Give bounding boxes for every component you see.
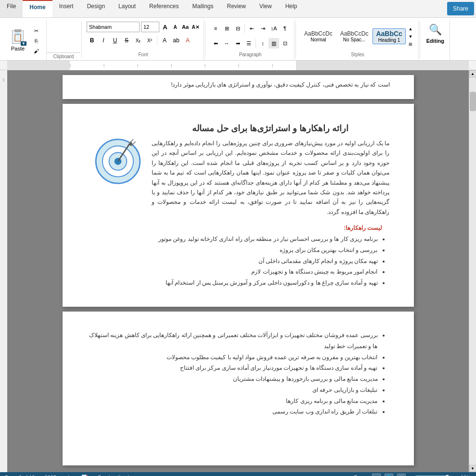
list-item: بررسی عمده فروشان مختلف تجهیزات و ابزارآ… (87, 330, 378, 352)
styles-expand[interactable]: ⊞ (407, 41, 414, 48)
no-spacing-preview: AaBbCcDc (340, 30, 369, 37)
styles-group-label: Styles (351, 51, 364, 58)
zoom-out-button[interactable]: − (410, 474, 413, 476)
editing-label: Editing (426, 38, 444, 44)
view-web-button[interactable]: 🌐 (385, 474, 393, 476)
clear-formatting-button[interactable]: A✕ (191, 23, 200, 31)
vertical-scrollbar[interactable]: ▲ ▼ (469, 70, 476, 472)
paste-button[interactable]: 📋 ▼ Paste (6, 26, 30, 54)
tab-mailings[interactable]: Mailings (185, 0, 220, 17)
list-item: انتخاب بهترین و مقرون به صرفه ترین عمده … (87, 352, 378, 363)
highlight-button[interactable]: ab (171, 35, 181, 46)
list-item: تبلغات از طریق راه اندازی وب سایت رسمی (87, 406, 378, 417)
font-group: A A Aa A✕ B I U S X₂ X² A ab A (83, 20, 204, 60)
page-top: است که نیاز به تخصص فنی، کنترل کیفیت دقی… (63, 75, 414, 99)
numbering-button[interactable]: ⊞ (221, 23, 232, 34)
align-right-button[interactable]: ➡ (232, 38, 243, 49)
font-color-button[interactable]: A (159, 35, 170, 46)
left-margin: 1 (0, 70, 7, 472)
subscript-button[interactable]: X₂ (133, 35, 143, 46)
list-item: مدیریت منابع مالی و بررسی بازخوردها و پی… (87, 374, 378, 385)
sort-button[interactable]: ↕A (269, 23, 279, 34)
status-bar: Page 6 of 12 3895 words 📝 Persian (Iran)… (0, 472, 476, 476)
tab-design[interactable]: Design (80, 0, 112, 17)
view-read-button[interactable]: 📖 (397, 474, 406, 476)
strikethrough-button[interactable]: S (121, 35, 132, 46)
justify-button[interactable]: ☰ (244, 38, 254, 49)
proofing-icon: 📝 (81, 475, 88, 476)
tab-review[interactable]: Review (220, 0, 252, 17)
scroll-thumb[interactable] (470, 92, 476, 111)
page-2: بررسی عمده فروشان مختلف تجهیزات و ابزارآ… (63, 312, 414, 465)
italic-button[interactable]: I (98, 35, 109, 46)
style-no-spacing[interactable]: AaBbCcDc No Spac... (337, 29, 372, 44)
shading-button[interactable]: ▥ (269, 38, 279, 49)
section-heading: ارائه راهکارها و استراتژی‌ها برای حل مسا… (152, 123, 390, 134)
no-spacing-label: No Spac... (340, 37, 369, 42)
zoom-in-button[interactable]: + (455, 474, 459, 476)
heading1-preview: AaBbCc (376, 30, 402, 38)
normal-preview: AaBbCcDc (304, 30, 333, 37)
line-spacing-button[interactable]: ↕ (257, 38, 268, 49)
top-paragraph: است که نیاز به تخصص فنی، کنترل کیفیت دقی… (87, 80, 390, 89)
styles-scroll-up[interactable]: ▲ (407, 25, 414, 32)
tab-help[interactable]: Help (279, 0, 304, 17)
scroll-track[interactable] (469, 77, 476, 465)
style-heading1[interactable]: AaBbCc Heading 1 (373, 28, 405, 45)
tab-references[interactable]: References (142, 0, 185, 17)
editing-group: 🔍 Editing (421, 20, 450, 60)
list-item: بررسی و انتخاب بهترین مکان برای پروژه (152, 245, 378, 256)
underline-button[interactable]: U (110, 35, 120, 46)
show-hide-button[interactable]: ¶ (280, 23, 290, 34)
cut-button[interactable]: ✂ (31, 26, 41, 36)
intro-paragraph: ما یک ارزیابی اولیه در مورد پیش‌نیازهای … (152, 138, 390, 217)
search-icon[interactable]: 🔍 (429, 24, 442, 36)
styles-scroll-down[interactable]: ▼ (407, 33, 414, 40)
style-normal[interactable]: AaBbCcDc Normal (301, 29, 336, 44)
list-title: لیست راهکارها: (344, 225, 382, 231)
normal-label: Normal (304, 37, 333, 42)
align-left-button[interactable]: ⬅ (210, 38, 221, 49)
styles-group: AaBbCcDc Normal AaBbCcDc No Spac... AaBb… (297, 20, 419, 60)
page-1: ارائه راهکارها و استراتژی‌ها برای حل مسا… (63, 104, 414, 307)
font-size-decrease[interactable]: A (171, 23, 180, 31)
list-item: انجام امور مربوط به چینش دستگاه ها و تجه… (152, 266, 378, 277)
align-center-button[interactable]: ↔ (221, 38, 232, 49)
increase-indent-button[interactable]: ⇥ (257, 23, 268, 34)
text-color-button[interactable]: A (182, 35, 193, 46)
tab-home[interactable]: Home (23, 0, 52, 17)
share-button[interactable]: Share (447, 2, 474, 15)
clipboard-group: 📋 ▼ Paste ✂ ⎘ 🖌 (2, 20, 47, 60)
copy-button[interactable]: ⎘ (31, 36, 41, 46)
font-group-label: Font (138, 51, 148, 58)
heading1-label: Heading 1 (376, 38, 402, 43)
decrease-indent-button[interactable]: ⇤ (246, 23, 257, 34)
clipboard-label: Clipboard (47, 52, 80, 59)
paragraph-group-label: Paragraph (239, 51, 262, 58)
borders-button[interactable]: ⊡ (280, 38, 290, 49)
list-item: برنامه ریزی کار ها و بررسی احساس نیاز در… (152, 234, 378, 245)
paragraph-group: ≡ ⊞ ⊟ ⇤ ⇥ ↕A ¶ ⬅ ↔ ➡ ☰ ↕ (206, 20, 295, 60)
tab-view[interactable]: View (253, 0, 279, 17)
superscript-button[interactable]: X² (144, 35, 155, 46)
list-item: تهیه و آماده سازی چراغ ها و دکوراسیون دا… (152, 277, 378, 288)
ruler: | | | | | | | (0, 61, 476, 70)
scroll-down-button[interactable]: ▼ (469, 465, 476, 472)
tab-insert[interactable]: Insert (52, 0, 80, 17)
font-name-input[interactable] (87, 22, 140, 32)
view-print-button[interactable]: ▭ (372, 474, 381, 476)
paste-label: Paste (11, 46, 25, 51)
scroll-up-button[interactable]: ▲ (469, 70, 476, 77)
tab-file[interactable]: File (0, 0, 23, 17)
bullets-button[interactable]: ≡ (210, 23, 221, 34)
document-container: است که نیاز به تخصص فنی، کنترل کیفیت دقی… (7, 70, 469, 472)
font-size-input[interactable] (141, 22, 159, 32)
multilevel-list-button[interactable]: ⊟ (232, 23, 243, 34)
list-item: مدیریت منابع مالی و برنامه ریزی کارها (87, 396, 378, 407)
list-item: تبلیغات و بازاریابی حرفه ای (87, 385, 378, 396)
font-size-increase[interactable]: A (161, 23, 169, 31)
bold-button[interactable]: B (87, 35, 97, 46)
tab-layout[interactable]: Layout (112, 0, 142, 17)
change-case-button[interactable]: Aa (181, 23, 190, 31)
format-painter-button[interactable]: 🖌 (31, 46, 41, 56)
